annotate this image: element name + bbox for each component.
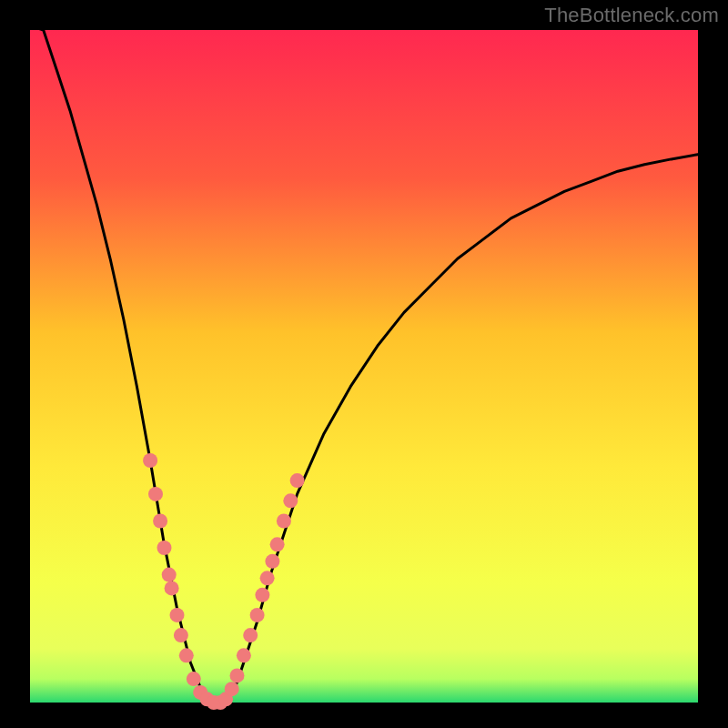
data-marker [225,682,239,696]
data-marker [283,493,298,508]
data-marker [270,537,285,551]
data-marker [170,608,185,622]
data-marker [165,581,179,595]
data-marker [260,571,275,585]
data-marker [230,668,245,682]
data-marker [250,608,265,622]
data-marker [187,672,201,686]
data-marker [157,541,172,555]
data-marker [265,554,279,569]
data-marker [179,648,194,662]
data-marker [290,473,305,488]
watermark-text: TheBottleneck.com [544,4,719,27]
data-marker [162,568,177,582]
data-marker [277,514,291,529]
bottleneck-chart [0,0,728,728]
data-marker [174,628,188,642]
data-marker [243,628,258,642]
data-marker [237,648,251,662]
chart-frame: TheBottleneck.com [0,0,728,728]
data-marker [153,514,167,529]
data-marker [143,453,157,468]
data-marker [148,487,163,501]
data-marker [255,588,269,602]
